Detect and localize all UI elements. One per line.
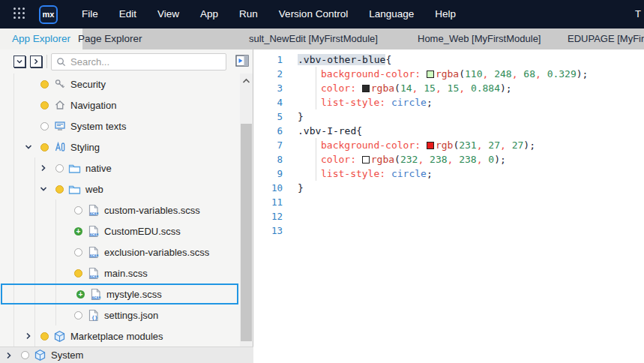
- state-dot-empty: [55, 164, 64, 172]
- code-line[interactable]: list-style: circle;: [285, 95, 433, 110]
- menu-run[interactable]: Run: [229, 0, 268, 28]
- tree-item-marketplace-modules[interactable]: Marketplace modules: [0, 326, 239, 346]
- tree-item-web[interactable]: web: [0, 178, 239, 200]
- code-line[interactable]: }: [285, 181, 304, 195]
- tree-item-customedu-scss[interactable]: scssCustomEDU.scss: [0, 220, 239, 242]
- token-fn: rgba: [371, 154, 394, 165]
- menu-language[interactable]: Language: [358, 0, 424, 28]
- token-num: 248: [494, 68, 511, 80]
- tree-item-system[interactable]: System: [0, 347, 253, 363]
- token-com: ,: [535, 68, 547, 80]
- code-line[interactable]: list-style: circle;: [285, 166, 433, 181]
- expand-all-icon[interactable]: [30, 56, 42, 68]
- tree-item-exclusion-variables-scss[interactable]: scssexclusion-variables.scss: [0, 242, 239, 262]
- code-line[interactable]: color: rgba(14, 15, 15, 0.884);: [285, 81, 512, 95]
- app-grid-icon[interactable]: [13, 8, 27, 21]
- code-line[interactable]: background-color: rgba(110, 248, 68, 0.3…: [285, 67, 588, 81]
- code-line[interactable]: .vbv-I-red{: [285, 124, 362, 138]
- code-line[interactable]: [285, 195, 298, 209]
- code-line[interactable]: }: [285, 110, 304, 124]
- color-swatch[interactable]: [362, 85, 370, 92]
- svg-text:scss: scss: [90, 273, 99, 278]
- code-line[interactable]: [285, 209, 298, 224]
- menu-help[interactable]: Help: [424, 0, 466, 28]
- tree-item-label: mystyle.scss: [106, 289, 162, 300]
- token-num: 15: [424, 82, 436, 94]
- token-num: 0: [488, 154, 494, 165]
- mendix-logo[interactable]: mx: [39, 5, 58, 24]
- menu-version-control[interactable]: Version Control: [268, 0, 358, 28]
- token-pln: ;: [427, 97, 433, 108]
- state-dot-green: [74, 227, 82, 236]
- code-line[interactable]: color: rgba(232, 238, 238, 0);: [285, 152, 506, 166]
- scss-icon: scss: [87, 225, 100, 238]
- menu-view[interactable]: View: [147, 0, 190, 28]
- scss-icon: scss: [87, 204, 100, 217]
- tree-item-settings-json[interactable]: {}settings.json: [0, 304, 239, 326]
- code-row: 12: [255, 209, 644, 224]
- chevron-right-icon[interactable]: [22, 330, 34, 342]
- dock-panel-icon[interactable]: [235, 55, 249, 67]
- scroll-up-icon[interactable]: [240, 75, 253, 87]
- tree-item-styling[interactable]: Styling: [0, 136, 239, 158]
- tab-page-explorer[interactable]: Page Explorer: [66, 28, 154, 50]
- line-number: 6: [255, 124, 285, 138]
- token-selhl: .vbv-other-blue: [298, 54, 385, 65]
- tree-item-system-texts[interactable]: System texts: [0, 116, 239, 136]
- state-dot-green: [76, 290, 85, 298]
- line-number: 13: [255, 224, 285, 238]
- chevron-down-icon[interactable]: [22, 141, 34, 153]
- token-num: 232: [400, 154, 418, 165]
- chevron-placeholder: [56, 246, 68, 258]
- menu-file[interactable]: File: [71, 0, 109, 28]
- line-number: 5: [255, 110, 285, 124]
- tree-item-native[interactable]: native: [0, 158, 239, 178]
- chevron-right-icon[interactable]: [3, 350, 15, 362]
- chevron-down-icon[interactable]: [37, 183, 49, 195]
- token-pln: ;: [427, 168, 433, 179]
- token-pln: {: [385, 54, 391, 65]
- line-number: 10: [255, 181, 285, 195]
- tree: SecurityNavigationSystem textsStylingnat…: [0, 74, 239, 346]
- doc-tab-edupage-myfirs[interactable]: EDUPAGE [MyFirs: [568, 28, 644, 50]
- menu-bar: FileEditViewAppRunVersion ControlLanguag…: [71, 0, 466, 28]
- tree-item-security[interactable]: Security: [0, 74, 239, 94]
- module-icon: [53, 330, 66, 343]
- scrollbar-thumb[interactable]: [241, 124, 252, 341]
- collapse-all-icon[interactable]: [13, 56, 25, 68]
- token-pln: );: [577, 68, 589, 80]
- search-input[interactable]: [70, 56, 221, 68]
- svg-text:scss: scss: [90, 210, 99, 214]
- doc-tab-home-web-myfirstmodule[interactable]: Home_Web [MyFirstModule]: [418, 28, 541, 50]
- tree-item-label: CustomEDU.scss: [104, 226, 181, 237]
- code-row: 1.vbv-other-blue{: [255, 52, 644, 67]
- tree-item-main-scss[interactable]: scssmain.scss: [0, 262, 239, 284]
- token-ind: [298, 166, 321, 181]
- module-icon: [34, 349, 46, 362]
- token-pln: (: [394, 82, 400, 94]
- state-dot-empty: [74, 248, 82, 256]
- tree-item-custom-variables-scss[interactable]: scsscustom-variables.scss: [0, 200, 239, 220]
- chevron-right-icon[interactable]: [37, 162, 49, 174]
- color-swatch[interactable]: [362, 156, 370, 164]
- tree-item-mystyle-scss[interactable]: scssmystyle.scss: [1, 284, 238, 304]
- code-line[interactable]: [285, 224, 298, 238]
- token-num: 68: [523, 68, 535, 80]
- token-ind: [298, 81, 321, 95]
- token-ws: [385, 168, 391, 179]
- token-ind: [298, 152, 321, 166]
- token-kw: circle: [391, 97, 427, 108]
- tree-item-label: web: [85, 184, 103, 195]
- token-com: ,: [436, 82, 448, 94]
- color-swatch[interactable]: [427, 70, 434, 78]
- menu-app[interactable]: App: [190, 0, 229, 28]
- code-line[interactable]: background-color: rgb(231, 27, 27);: [285, 138, 535, 152]
- tree-item-navigation[interactable]: Navigation: [0, 94, 239, 116]
- code-line[interactable]: .vbv-other-blue{: [285, 52, 391, 67]
- color-swatch[interactable]: [427, 142, 434, 149]
- token-num: 27: [512, 140, 524, 151]
- code-editor[interactable]: 1.vbv-other-blue{2background-color: rgba…: [255, 50, 644, 363]
- menu-edit[interactable]: Edit: [109, 0, 147, 28]
- tree-item-label: System: [51, 350, 83, 361]
- doc-tab-sult-newedit-myfirstmodule[interactable]: sult_NewEdit [MyFirstModule]: [249, 28, 378, 50]
